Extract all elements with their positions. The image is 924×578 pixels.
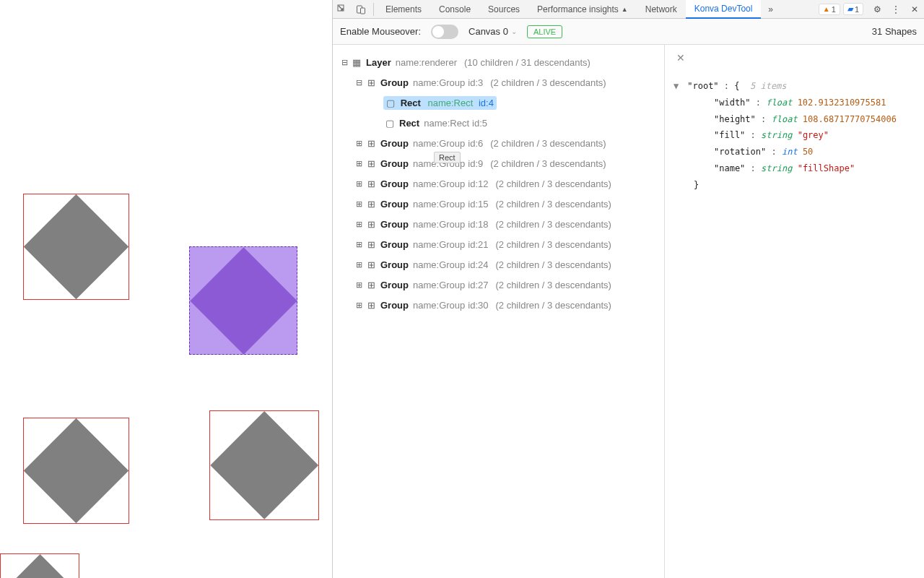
group-icon: ⊞ xyxy=(365,178,378,189)
tab-performance-insights[interactable]: Performance insights▲ xyxy=(528,0,637,19)
warning-icon: ▲ xyxy=(823,5,830,13)
konva-toolbar: Enable Mouseover: Canvas 0 ⌄ ALIVE 31 Sh… xyxy=(333,19,924,45)
group-icon: ⊞ xyxy=(365,259,378,270)
layer-icon: ▦ xyxy=(350,57,363,68)
issue-badges[interactable]: ▲1 ▰1 xyxy=(814,3,868,15)
tab-konva-devtool[interactable]: Konva DevTool xyxy=(686,0,762,19)
alive-badge: ALIVE xyxy=(527,25,562,38)
tree-row-group[interactable]: ⊞⊞Groupname:Groupid:30(2 children / 3 de… xyxy=(333,295,664,315)
device-icon[interactable] xyxy=(352,0,370,19)
collapse-icon[interactable]: ⊟ xyxy=(339,58,350,67)
json-property-row[interactable]: "fill" : string "grey" xyxy=(674,127,915,144)
group-icon: ⊞ xyxy=(365,280,378,290)
more-tabs-icon[interactable]: » xyxy=(761,0,780,19)
tab-elements[interactable]: Elements xyxy=(377,0,430,19)
chevron-down-icon: ⌄ xyxy=(511,27,517,35)
json-property-row[interactable]: "height" : float 108.68717770754006 xyxy=(674,111,915,128)
group-icon: ⊞ xyxy=(365,239,378,250)
group-icon: ⊞ xyxy=(365,199,378,210)
tree-row-group[interactable]: ⊞⊞Groupname:Groupid:27(2 children / 3 de… xyxy=(333,275,664,295)
expand-icon[interactable]: ⊞ xyxy=(353,220,365,229)
tree-row-layer[interactable]: ⊟ ▦ Layer name:renderer (10 children / 3… xyxy=(333,52,664,72)
group-icon: ⊞ xyxy=(365,300,378,311)
tree-row-group[interactable]: ⊞⊞Groupname:Groupid:21(2 children / 3 de… xyxy=(333,234,664,254)
tree-row-group[interactable]: ⊞⊞Groupname:Groupid:15(2 children / 3 de… xyxy=(333,194,664,214)
json-property-row[interactable]: "name" : string "fillShape" xyxy=(674,160,915,177)
properties-pane: ✕ ▼ "root" : { 5 items "width" : float 1… xyxy=(664,45,924,578)
expand-icon[interactable]: ⊞ xyxy=(353,280,365,290)
mouseover-label: Enable Mouseover: xyxy=(340,26,421,37)
json-inspector[interactable]: ▼ "root" : { 5 items "width" : float 102… xyxy=(674,78,915,194)
tree-row-group-expanded[interactable]: ⊟ ⊞ Group name:Group id:3 (2 children / … xyxy=(333,72,664,92)
tree-tooltip: Rect xyxy=(434,152,461,163)
tab-sources[interactable]: Sources xyxy=(479,0,528,19)
canvas-stage[interactable] xyxy=(0,0,332,578)
tree-row-rect-selected[interactable]: ▢ Rect name:Rect id:4 xyxy=(333,92,664,113)
tab-network[interactable]: Network xyxy=(637,0,686,19)
devtools-tabbar: Elements Console Sources Performance ins… xyxy=(333,0,924,19)
group-icon: ⊞ xyxy=(365,158,378,169)
close-props-icon[interactable]: ✕ xyxy=(676,52,685,64)
canvas-shape[interactable] xyxy=(23,194,129,300)
mouseover-toggle[interactable] xyxy=(431,25,458,39)
tree-row-group[interactable]: ⊞⊞Groupname:Groupid:24(2 children / 3 de… xyxy=(333,254,664,275)
expand-icon[interactable]: ⊞ xyxy=(353,139,365,148)
shape-count: 31 Shapes xyxy=(872,26,917,37)
canvas-shape[interactable] xyxy=(209,410,319,520)
rect-icon: ▢ xyxy=(386,98,395,108)
canvas-shape[interactable] xyxy=(189,246,297,355)
expand-icon[interactable]: ⊞ xyxy=(353,301,365,310)
group-icon: ⊞ xyxy=(365,77,378,88)
expand-icon[interactable]: ⊞ xyxy=(353,179,365,189)
json-property-row[interactable]: "width" : float 102.9132310975581 xyxy=(674,95,915,111)
expand-icon[interactable]: ⊞ xyxy=(353,159,365,168)
kebab-icon[interactable]: ⋮ xyxy=(886,0,905,19)
group-icon: ⊞ xyxy=(365,138,378,149)
collapse-icon[interactable]: ⊟ xyxy=(353,78,365,87)
canvas-shape[interactable] xyxy=(23,418,129,524)
tree-row-group[interactable]: ⊞⊞Groupname:Groupid:18(2 children / 3 de… xyxy=(333,214,664,234)
group-icon: ⊞ xyxy=(365,219,378,230)
tree-row-group[interactable]: ⊞⊞Groupname:Groupid:9(2 children / 3 des… xyxy=(333,153,664,173)
svg-rect-2 xyxy=(361,8,365,14)
node-tree[interactable]: ⊟ ▦ Layer name:renderer (10 children / 3… xyxy=(333,45,664,578)
expand-icon[interactable]: ⊞ xyxy=(353,199,365,209)
json-property-row[interactable]: "rotation" : int 50 xyxy=(674,144,915,160)
expand-arrow-icon[interactable]: ▼ xyxy=(674,78,682,95)
devtools-panel: Elements Console Sources Performance ins… xyxy=(332,0,924,578)
gear-icon[interactable]: ⚙ xyxy=(868,0,886,19)
canvas-select[interactable]: Canvas 0 ⌄ xyxy=(468,26,517,37)
info-icon: ▰ xyxy=(847,4,853,14)
tree-row-group[interactable]: ⊞⊞Groupname:Groupid:12(2 children / 3 de… xyxy=(333,173,664,194)
expand-icon[interactable]: ⊞ xyxy=(353,240,365,249)
tree-row-group[interactable]: ⊞⊞Groupname:Groupid:6(2 children / 3 des… xyxy=(333,133,664,153)
tab-console[interactable]: Console xyxy=(430,0,479,19)
inspect-icon[interactable] xyxy=(333,0,352,19)
tree-row-rect[interactable]: ▢ Rect name:Rect id:5 xyxy=(333,113,664,133)
expand-icon[interactable]: ⊞ xyxy=(353,260,365,269)
close-icon[interactable]: ✕ xyxy=(905,0,924,19)
canvas-shape[interactable] xyxy=(0,553,79,578)
rect-icon: ▢ xyxy=(383,118,396,129)
